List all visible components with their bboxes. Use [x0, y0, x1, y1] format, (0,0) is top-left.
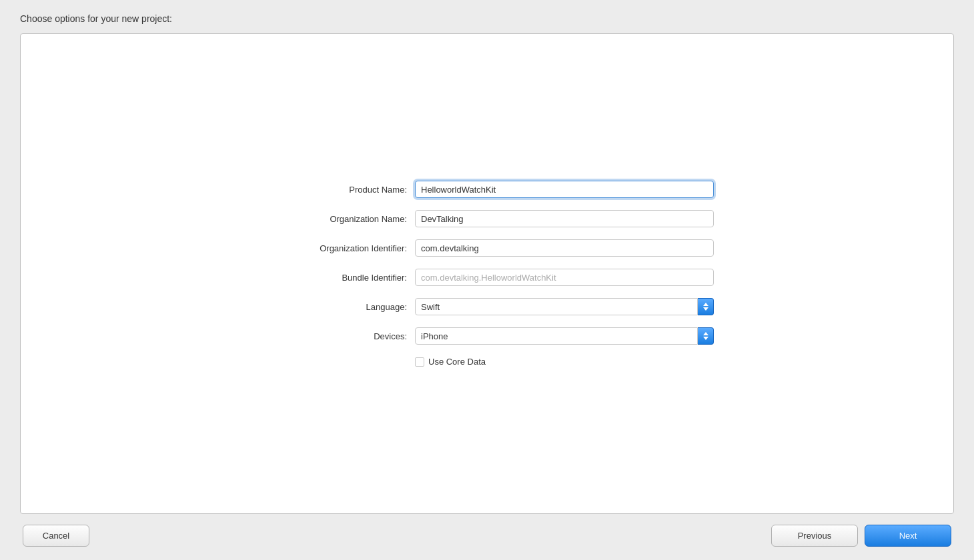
language-row: Language: Swift Objective-C	[260, 298, 714, 315]
form-container: Product Name: Organization Name: Organiz…	[260, 181, 714, 367]
cancel-button[interactable]: Cancel	[23, 525, 89, 547]
language-select-wrapper: Swift Objective-C	[415, 298, 714, 315]
next-button[interactable]: Next	[865, 525, 951, 547]
use-core-data-row: Use Core Data	[415, 357, 714, 367]
language-label: Language:	[260, 302, 407, 312]
language-select-arrow[interactable]	[698, 298, 714, 315]
previous-button[interactable]: Previous	[771, 525, 858, 547]
devices-select[interactable]: iPhone iPad Universal	[415, 327, 698, 345]
chevron-down-icon	[703, 337, 708, 340]
use-core-data-label: Use Core Data	[428, 357, 486, 367]
devices-label: Devices:	[260, 331, 407, 341]
chevron-up-icon	[703, 332, 708, 335]
page-title: Choose options for your new project:	[20, 13, 954, 24]
organization-name-input[interactable]	[415, 210, 714, 227]
devices-select-wrapper: iPhone iPad Universal	[415, 327, 714, 345]
language-select[interactable]: Swift Objective-C	[415, 298, 698, 315]
use-core-data-checkbox[interactable]	[415, 357, 424, 367]
devices-select-arrow[interactable]	[698, 327, 714, 345]
bundle-identifier-row: Bundle Identifier:	[260, 269, 714, 286]
bundle-identifier-input	[415, 269, 714, 286]
chevron-up-icon	[703, 303, 708, 306]
bundle-identifier-label: Bundle Identifier:	[260, 273, 407, 283]
main-content-area: Product Name: Organization Name: Organiz…	[20, 33, 954, 514]
organization-name-row: Organization Name:	[260, 210, 714, 227]
devices-row: Devices: iPhone iPad Universal	[260, 327, 714, 345]
product-name-input[interactable]	[415, 181, 714, 198]
organization-identifier-input[interactable]	[415, 239, 714, 257]
bottom-bar: Cancel Previous Next	[20, 525, 954, 547]
product-name-row: Product Name:	[260, 181, 714, 198]
product-name-label: Product Name:	[260, 185, 407, 195]
organization-identifier-row: Organization Identifier:	[260, 239, 714, 257]
chevron-down-icon	[703, 307, 708, 311]
right-buttons: Previous Next	[771, 525, 951, 547]
organization-identifier-label: Organization Identifier:	[260, 243, 407, 253]
organization-name-label: Organization Name:	[260, 214, 407, 224]
